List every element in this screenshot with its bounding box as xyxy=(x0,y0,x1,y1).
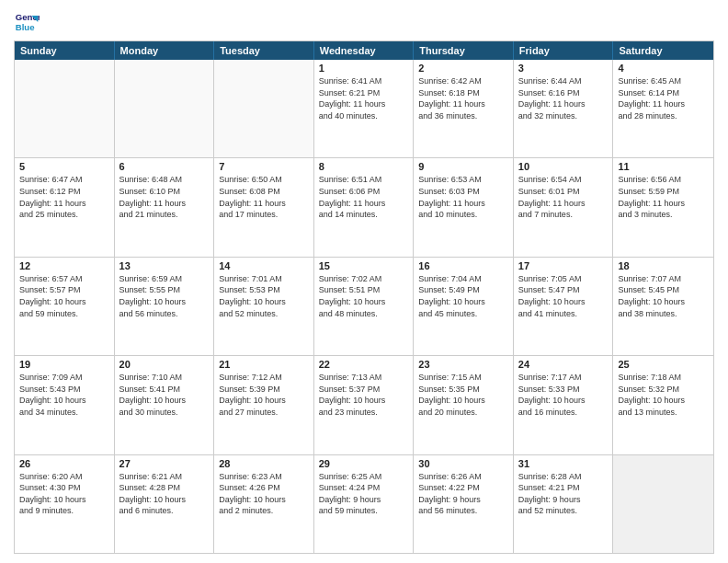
day-header-saturday: Saturday xyxy=(613,41,713,60)
day-number: 18 xyxy=(618,260,709,271)
week-row-4: 19Sunrise: 7:09 AM Sunset: 5:43 PM Dayli… xyxy=(15,356,713,454)
day-cell xyxy=(613,455,713,553)
day-cell: 2Sunrise: 6:42 AM Sunset: 6:18 PM Daylig… xyxy=(414,60,514,157)
day-header-wednesday: Wednesday xyxy=(314,41,415,60)
day-cell: 15Sunrise: 7:02 AM Sunset: 5:51 PM Dayli… xyxy=(314,258,415,355)
day-info: Sunrise: 7:17 AM Sunset: 5:33 PM Dayligh… xyxy=(518,372,609,418)
day-cell: 5Sunrise: 6:47 AM Sunset: 6:12 PM Daylig… xyxy=(15,158,115,256)
day-cell: 11Sunrise: 6:56 AM Sunset: 5:59 PM Dayli… xyxy=(613,158,713,256)
day-info: Sunrise: 6:45 AM Sunset: 6:14 PM Dayligh… xyxy=(618,75,709,121)
day-number: 8 xyxy=(319,161,409,172)
day-info: Sunrise: 6:25 AM Sunset: 4:24 PM Dayligh… xyxy=(319,471,409,517)
day-info: Sunrise: 6:44 AM Sunset: 6:16 PM Dayligh… xyxy=(518,75,609,121)
day-info: Sunrise: 6:21 AM Sunset: 4:28 PM Dayligh… xyxy=(119,471,210,517)
day-header-friday: Friday xyxy=(514,41,614,60)
day-number: 25 xyxy=(618,359,709,370)
day-headers: SundayMondayTuesdayWednesdayThursdayFrid… xyxy=(15,41,713,60)
day-cell: 3Sunrise: 6:44 AM Sunset: 6:16 PM Daylig… xyxy=(514,60,614,157)
day-info: Sunrise: 6:48 AM Sunset: 6:10 PM Dayligh… xyxy=(119,174,210,220)
day-number: 19 xyxy=(19,359,109,370)
week-row-3: 12Sunrise: 6:57 AM Sunset: 5:57 PM Dayli… xyxy=(15,258,713,356)
week-row-2: 5Sunrise: 6:47 AM Sunset: 6:12 PM Daylig… xyxy=(15,158,713,257)
day-number: 26 xyxy=(19,458,109,469)
calendar: SundayMondayTuesdayWednesdayThursdayFrid… xyxy=(14,40,714,554)
day-cell: 23Sunrise: 7:15 AM Sunset: 5:35 PM Dayli… xyxy=(414,356,514,454)
week-row-1: 1Sunrise: 6:41 AM Sunset: 6:21 PM Daylig… xyxy=(15,60,713,158)
day-cell: 19Sunrise: 7:09 AM Sunset: 5:43 PM Dayli… xyxy=(15,356,115,454)
day-info: Sunrise: 7:02 AM Sunset: 5:51 PM Dayligh… xyxy=(319,273,409,319)
day-cell: 16Sunrise: 7:04 AM Sunset: 5:49 PM Dayli… xyxy=(414,258,514,355)
day-info: Sunrise: 6:20 AM Sunset: 4:30 PM Dayligh… xyxy=(19,471,109,517)
day-number: 28 xyxy=(219,458,309,469)
day-number: 10 xyxy=(518,161,609,172)
day-info: Sunrise: 6:26 AM Sunset: 4:22 PM Dayligh… xyxy=(418,471,508,517)
day-cell: 27Sunrise: 6:21 AM Sunset: 4:28 PM Dayli… xyxy=(115,455,215,553)
day-cell: 12Sunrise: 6:57 AM Sunset: 5:57 PM Dayli… xyxy=(15,258,115,355)
day-number: 13 xyxy=(119,260,210,271)
day-header-thursday: Thursday xyxy=(414,41,514,60)
day-number: 6 xyxy=(119,161,210,172)
day-number: 9 xyxy=(418,161,508,172)
day-cell: 25Sunrise: 7:18 AM Sunset: 5:32 PM Dayli… xyxy=(613,356,713,454)
day-info: Sunrise: 7:04 AM Sunset: 5:49 PM Dayligh… xyxy=(418,273,508,319)
day-number: 15 xyxy=(319,260,409,271)
day-number: 2 xyxy=(418,63,508,74)
day-header-sunday: Sunday xyxy=(15,41,115,60)
day-cell: 1Sunrise: 6:41 AM Sunset: 6:21 PM Daylig… xyxy=(314,60,415,157)
day-info: Sunrise: 6:53 AM Sunset: 6:03 PM Dayligh… xyxy=(418,174,508,220)
day-number: 29 xyxy=(319,458,409,469)
day-number: 20 xyxy=(119,359,210,370)
day-number: 16 xyxy=(418,260,508,271)
day-cell: 20Sunrise: 7:10 AM Sunset: 5:41 PM Dayli… xyxy=(115,356,215,454)
day-cell xyxy=(15,60,115,157)
day-cell: 14Sunrise: 7:01 AM Sunset: 5:53 PM Dayli… xyxy=(214,258,314,355)
day-info: Sunrise: 6:23 AM Sunset: 4:26 PM Dayligh… xyxy=(219,471,309,517)
day-cell: 22Sunrise: 7:13 AM Sunset: 5:37 PM Dayli… xyxy=(314,356,415,454)
day-number: 12 xyxy=(19,260,109,271)
day-header-monday: Monday xyxy=(115,41,215,60)
day-info: Sunrise: 6:57 AM Sunset: 5:57 PM Dayligh… xyxy=(19,273,109,319)
day-cell: 13Sunrise: 6:59 AM Sunset: 5:55 PM Dayli… xyxy=(115,258,215,355)
weeks: 1Sunrise: 6:41 AM Sunset: 6:21 PM Daylig… xyxy=(15,60,713,553)
day-info: Sunrise: 6:47 AM Sunset: 6:12 PM Dayligh… xyxy=(19,174,109,220)
day-number: 24 xyxy=(518,359,609,370)
day-cell: 4Sunrise: 6:45 AM Sunset: 6:14 PM Daylig… xyxy=(613,60,713,157)
day-info: Sunrise: 7:12 AM Sunset: 5:39 PM Dayligh… xyxy=(219,372,309,418)
day-cell: 30Sunrise: 6:26 AM Sunset: 4:22 PM Dayli… xyxy=(414,455,514,553)
day-cell: 24Sunrise: 7:17 AM Sunset: 5:33 PM Dayli… xyxy=(514,356,614,454)
day-info: Sunrise: 7:01 AM Sunset: 5:53 PM Dayligh… xyxy=(219,273,309,319)
day-number: 31 xyxy=(518,458,609,469)
day-info: Sunrise: 6:59 AM Sunset: 5:55 PM Dayligh… xyxy=(119,273,210,319)
day-number: 22 xyxy=(319,359,409,370)
day-number: 7 xyxy=(219,161,309,172)
day-number: 17 xyxy=(518,260,609,271)
day-cell: 6Sunrise: 6:48 AM Sunset: 6:10 PM Daylig… xyxy=(115,158,215,256)
week-row-5: 26Sunrise: 6:20 AM Sunset: 4:30 PM Dayli… xyxy=(15,455,713,553)
svg-text:Blue: Blue xyxy=(16,22,35,32)
day-number: 4 xyxy=(618,63,709,74)
day-info: Sunrise: 7:18 AM Sunset: 5:32 PM Dayligh… xyxy=(618,372,709,418)
day-number: 1 xyxy=(319,63,409,74)
day-number: 30 xyxy=(418,458,508,469)
day-number: 14 xyxy=(219,260,309,271)
day-info: Sunrise: 7:10 AM Sunset: 5:41 PM Dayligh… xyxy=(119,372,210,418)
day-cell: 21Sunrise: 7:12 AM Sunset: 5:39 PM Dayli… xyxy=(214,356,314,454)
day-info: Sunrise: 6:28 AM Sunset: 4:21 PM Dayligh… xyxy=(518,471,609,517)
day-number: 21 xyxy=(219,359,309,370)
logo-icon: General Blue xyxy=(14,9,40,35)
day-info: Sunrise: 6:54 AM Sunset: 6:01 PM Dayligh… xyxy=(518,174,609,220)
day-cell: 7Sunrise: 6:50 AM Sunset: 6:08 PM Daylig… xyxy=(214,158,314,256)
day-number: 5 xyxy=(19,161,109,172)
calendar-page: General Blue SundayMondayTuesdayWednesda… xyxy=(0,0,728,563)
header: General Blue xyxy=(14,9,714,35)
day-cell: 17Sunrise: 7:05 AM Sunset: 5:47 PM Dayli… xyxy=(514,258,614,355)
day-cell: 8Sunrise: 6:51 AM Sunset: 6:06 PM Daylig… xyxy=(314,158,415,256)
day-cell: 28Sunrise: 6:23 AM Sunset: 4:26 PM Dayli… xyxy=(214,455,314,553)
day-cell: 29Sunrise: 6:25 AM Sunset: 4:24 PM Dayli… xyxy=(314,455,415,553)
day-cell xyxy=(214,60,314,157)
day-info: Sunrise: 6:56 AM Sunset: 5:59 PM Dayligh… xyxy=(618,174,709,220)
day-info: Sunrise: 6:50 AM Sunset: 6:08 PM Dayligh… xyxy=(219,174,309,220)
day-number: 27 xyxy=(119,458,210,469)
day-info: Sunrise: 6:41 AM Sunset: 6:21 PM Dayligh… xyxy=(319,75,409,121)
day-cell: 9Sunrise: 6:53 AM Sunset: 6:03 PM Daylig… xyxy=(414,158,514,256)
